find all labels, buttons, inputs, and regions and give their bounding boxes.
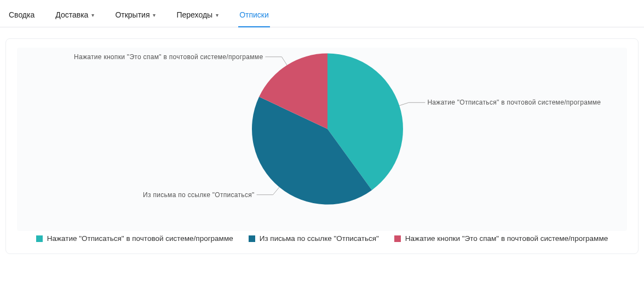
legend-label: Нажатие "Отписаться" в почтовой системе/…	[47, 234, 233, 243]
tab-unsubs[interactable]: Отписки	[238, 6, 270, 27]
legend-item: Из письма по ссылке "Отписаться"	[249, 234, 379, 243]
callout-line	[265, 57, 287, 65]
chevron-down-icon: ▾	[91, 12, 94, 18]
chevron-down-icon: ▾	[216, 12, 219, 18]
legend-label: Из письма по ссылке "Отписаться"	[260, 234, 379, 243]
legend-swatch	[249, 235, 255, 242]
chart-card: Нажатие "Отписаться" в почтовой системе/…	[5, 38, 639, 254]
legend-swatch	[394, 235, 401, 242]
legend-item: Нажатие "Отписаться" в почтовой системе/…	[36, 234, 233, 243]
tab-label: Переходы	[176, 10, 212, 19]
tab-label: Открытия	[115, 10, 150, 19]
chevron-down-icon: ▾	[153, 12, 156, 18]
pie-chart: Нажатие "Отписаться" в почтовой системе/…	[17, 48, 627, 231]
tab-label: Доставка	[55, 10, 88, 19]
legend-label: Нажатие кнопки "Это спам" в почтовой сис…	[405, 234, 608, 243]
tab-bar: Сводка Доставка ▾ Открытия ▾ Переходы ▾ …	[0, 0, 644, 27]
callout-label: Нажатие "Отписаться" в почтовой системе/…	[427, 99, 601, 106]
tab-clicks[interactable]: Переходы ▾	[175, 6, 220, 27]
legend-item: Нажатие кнопки "Это спам" в почтовой сис…	[394, 234, 608, 243]
callout-label: Из письма по ссылке "Отписаться"	[143, 191, 255, 198]
pie-chart-svg: Нажатие "Отписаться" в почтовой системе/…	[21, 44, 623, 227]
tab-delivery[interactable]: Доставка ▾	[54, 6, 95, 27]
callout-label: Нажатие кнопки "Это спам" в почтовой сис…	[74, 53, 263, 61]
tab-label: Отписки	[239, 10, 269, 19]
tab-label: Сводка	[9, 10, 34, 19]
tab-summary[interactable]: Сводка	[8, 6, 36, 27]
callout-line	[399, 102, 425, 106]
callout-line	[257, 187, 279, 195]
legend-swatch	[36, 235, 43, 242]
chart-legend: Нажатие "Отписаться" в почтовой системе/…	[17, 231, 627, 243]
tab-opens[interactable]: Открытия ▾	[114, 6, 157, 27]
